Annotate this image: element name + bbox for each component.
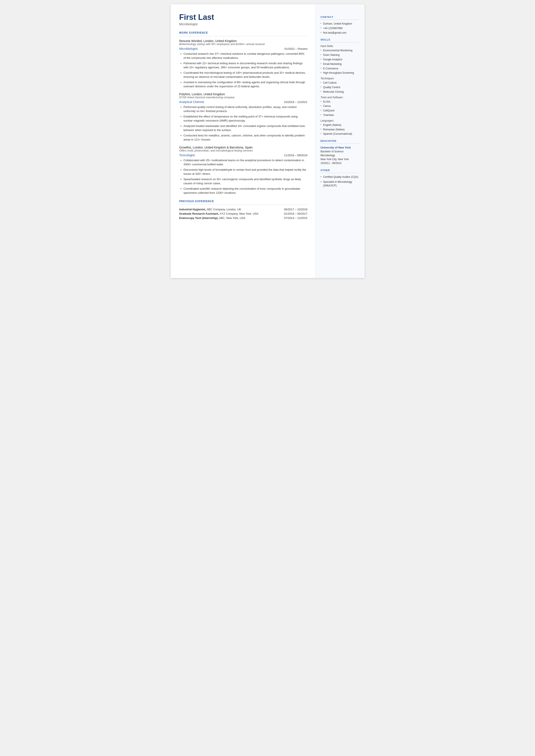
employer-name-1: Resume Worded, London, United Kingdom [179,39,307,43]
employer-bold-2: Polyhire, [179,93,191,96]
bullet-3-2: Spearheaded research on 55+ carcinogenic… [180,177,307,185]
employer-desc-2: NYSE-listed chemical manufacturing compa… [179,96,307,99]
other-section-title: OTHER [321,169,359,172]
contact-list: Durham, United Kingdom +44 1234567890 fi… [321,22,359,35]
hard-skill-2: Google Analytics [321,58,359,61]
bullet-2-3: Conducted tests for metallics, arsenic, … [180,133,307,142]
other-item-0: Certified Quality Auditor (CQA) [321,175,359,179]
role-dates-3: 11/2018 – 09/2019 [284,154,307,157]
prev-job-3: Endoscopy Tech (Internship), ABC, New Yo… [179,216,307,220]
job-title: Microbiologist [179,22,307,26]
education-section-title: EDUCATION [321,140,359,142]
prev-job-1-dates: 06/2017 – 10/2018 [284,208,307,211]
languages-label: Languages: [321,119,359,122]
role-row-1: Microbiologist 01/2022 – Present [179,47,307,50]
right-column: CONTACT Durham, United Kingdom +44 12345… [315,4,365,278]
employer-rest-1: London, United Kingdom [203,39,237,43]
employer-rest-3: London, United Kingdom & Barcelona, Spai… [192,146,253,149]
prev-job-3-dates: 07/2014 – 12/2015 [284,216,307,220]
tool-1: Canva [321,104,359,108]
resume-page: First Last Microbiologist WORK EXPERIENC… [171,4,365,278]
prev-job-2: Graduate Research Assistant, XYZ Company… [179,212,307,215]
bullet-2-0: Performed quality control testing of ble… [180,105,307,113]
bullet-1-0: Conducted research into 37+ chemical sol… [180,52,307,60]
hard-skill-3: Email Marketing [321,62,359,66]
contact-phone: +44 1234567890 [321,26,359,30]
tools-label: Tools and Software: [321,96,359,99]
contact-section-title: CONTACT [321,16,359,18]
hard-skill-0: Environmental Monitoring [321,49,359,52]
technique-1: Quality Control [321,86,359,89]
role-row-3: Toxicologist 11/2018 – 09/2019 [179,154,307,157]
prev-job-2-title: Graduate Research Assistant, XYZ Company… [179,212,259,215]
employer-rest-2: London, United Kingdom [191,93,225,96]
prev-job-1: Industrial Hygienist, ABC Company, Londo… [179,208,307,211]
prev-exp-divider [179,205,307,205]
employer-name-3: Growthsi, London, United Kingdom & Barce… [179,146,307,149]
role-title-3: Toxicologist [179,154,195,157]
left-column: First Last Microbiologist WORK EXPERIENC… [171,4,315,278]
skills-section-title: SKILLS [321,38,359,41]
contact-email: first.last@gmail.com [321,31,359,35]
language-2: Spanish (Conversational) [321,132,359,136]
contact-address: Durham, United Kingdom [321,22,359,26]
employer-desc-3: Offers mold, photovoltaic, and microbiol… [179,149,307,152]
employer-block-2: Polyhire, London, United Kingdom NYSE-li… [179,93,307,142]
hard-skill-4: E-Commerce [321,67,359,70]
prev-exp-title: PREVIOUS EXPERIENCE [179,200,307,203]
techniques-list: Cell Culture Quality Control Molecular C… [321,81,359,94]
edu-degree: Bachelor of Science Microbiology New Yor… [321,150,359,165]
language-1: Romanian (Native) [321,128,359,131]
languages-list: English (Native) Romanian (Native) Spani… [321,123,359,136]
role-dates-2: 10/2019 – 12/2021 [284,100,307,104]
work-experience-title: WORK EXPERIENCE [179,31,307,34]
role-title-1: Microbiologist [179,47,198,50]
employer-bold-1: Resume Worded, [179,39,203,43]
hard-skills-label: Hard Skills: [321,44,359,48]
other-item-1: Specialist in Microbiology (SM(ASCP) [321,180,359,187]
edu-school: University of New York [321,146,359,149]
techniques-label: Techniques: [321,77,359,80]
employer-bold-3: Growthsi, [179,146,192,149]
bullet-2-2: Analyzed treated wastewater and identifi… [180,124,307,132]
role-dates-1: 01/2022 – Present [284,47,307,50]
hard-skill-5: High-throughput Screening [321,71,359,75]
technique-0: Cell Culture [321,81,359,85]
bullets-3: Collaborated with 20+ multinational team… [180,158,307,195]
tools-list: ELISA Canva CellQuest TreeView [321,100,359,117]
bullet-1-1: Partnered with 22+ technical writing tea… [180,61,307,70]
technique-2: Molecular Cloning [321,90,359,94]
prev-job-1-title: Industrial Hygienist, ABC Company, Londo… [179,208,241,211]
employer-block-1: Resume Worded, London, United Kingdom Bi… [179,39,307,89]
bullet-1-2: Coordinated the microbiological testing … [180,71,307,79]
employer-desc-1: Biotechnology startup with 50+ employees… [179,43,307,46]
bullet-1-3: Assisted in overseeing the configuration… [180,80,307,89]
prev-job-3-title: Endoscopy Tech (Internship), ABC, New Yo… [179,216,246,220]
prev-job-2-dates: 01/2016 – 05/2017 [284,212,307,215]
bullet-3-0: Collaborated with 20+ multinational team… [180,158,307,167]
bullet-2-1: Established the effect of temperature on… [180,114,307,123]
tool-2: CellQuest [321,109,359,113]
hard-skill-1: Gram Staining [321,53,359,57]
bullet-3-3: Coordinated scientific research depictin… [180,187,307,195]
tool-0: ELISA [321,100,359,104]
name-title-block: First Last Microbiologist [179,13,307,26]
skills-divider [321,42,359,42]
employer-name-2: Polyhire, London, United Kingdom [179,93,307,96]
bullet-3-1: Discovered high levels of formaldehyde i… [180,168,307,176]
hard-skills-list: Environmental Monitoring Gram Staining G… [321,49,359,75]
role-row-2: Analytical Chemist 10/2019 – 12/2021 [179,100,307,104]
work-experience-divider [179,36,307,36]
tool-3: TreeView [321,113,359,117]
bullets-2: Performed quality control testing of ble… [180,105,307,142]
language-0: English (Native) [321,123,359,127]
bullets-1: Conducted research into 37+ chemical sol… [180,52,307,89]
employer-block-3: Growthsi, London, United Kingdom & Barce… [179,146,307,195]
role-title-2: Analytical Chemist [179,100,204,104]
full-name: First Last [179,13,307,21]
